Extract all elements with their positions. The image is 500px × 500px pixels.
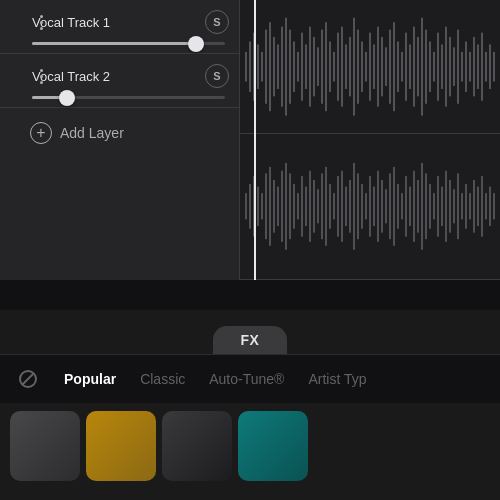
svg-rect-125 [493, 194, 495, 220]
track1-slider-fill [32, 42, 196, 45]
track1-dots[interactable] [40, 15, 43, 30]
track2-solo-button[interactable]: S [205, 64, 229, 88]
svg-rect-76 [297, 194, 299, 220]
svg-rect-51 [449, 37, 451, 96]
track1-solo-button[interactable]: S [205, 10, 229, 34]
svg-rect-9 [281, 27, 283, 107]
svg-rect-82 [321, 174, 323, 240]
dot-icon [40, 75, 43, 78]
add-layer-label: Add Layer [60, 125, 124, 141]
svg-rect-119 [469, 194, 471, 220]
svg-rect-73 [285, 163, 287, 250]
svg-rect-33 [377, 27, 379, 107]
svg-rect-10 [285, 18, 287, 116]
svg-rect-115 [453, 190, 455, 224]
tab-classic[interactable]: Classic [128, 367, 197, 391]
svg-rect-81 [317, 190, 319, 224]
svg-rect-61 [489, 44, 491, 88]
track2-waveform [240, 134, 500, 280]
no-fx-tab[interactable] [12, 363, 44, 395]
svg-rect-113 [445, 171, 447, 242]
track2-header: Vocal Track 2 S [8, 64, 229, 88]
add-layer-icon: + [30, 122, 52, 144]
track1-slider[interactable] [32, 42, 225, 45]
svg-rect-122 [481, 176, 483, 236]
waveform-area [240, 0, 500, 280]
svg-rect-66 [257, 187, 259, 226]
svg-rect-69 [269, 167, 271, 246]
track2-slider[interactable] [32, 96, 225, 99]
svg-rect-92 [361, 184, 363, 229]
thumbnails-row [0, 403, 500, 500]
svg-rect-86 [337, 176, 339, 236]
track1-slider-container [8, 42, 229, 45]
svg-rect-59 [481, 33, 483, 101]
svg-rect-89 [349, 180, 351, 233]
tab-artisttyp[interactable]: Artist Typ [296, 367, 378, 391]
track2-dots[interactable] [40, 69, 43, 84]
thumbnail-1[interactable] [10, 411, 80, 481]
svg-rect-102 [401, 194, 403, 220]
svg-rect-49 [441, 44, 443, 88]
svg-rect-90 [353, 163, 355, 250]
svg-rect-43 [417, 37, 419, 96]
svg-rect-67 [261, 194, 263, 220]
track2-waveform-svg [240, 134, 500, 279]
track1-header-left: Vocal Track 1 [32, 15, 205, 30]
svg-rect-97 [381, 180, 383, 233]
svg-rect-42 [413, 27, 415, 107]
svg-rect-54 [461, 52, 463, 82]
svg-rect-77 [301, 176, 303, 236]
track2-slider-container [8, 96, 229, 99]
svg-rect-8 [277, 44, 279, 88]
svg-line-127 [22, 373, 34, 385]
svg-rect-44 [421, 18, 423, 116]
svg-rect-110 [433, 194, 435, 220]
svg-rect-15 [305, 44, 307, 88]
track1-waveform-svg [240, 0, 500, 133]
svg-rect-112 [441, 187, 443, 226]
track2-header-left: Vocal Track 2 [32, 69, 205, 84]
svg-rect-7 [273, 37, 275, 96]
svg-rect-26 [349, 37, 351, 96]
svg-rect-123 [485, 194, 487, 220]
svg-rect-32 [373, 44, 375, 88]
thumbnail-4[interactable] [238, 411, 308, 481]
tab-popular[interactable]: Popular [52, 367, 128, 391]
fx-button[interactable]: FX [213, 326, 288, 354]
svg-rect-58 [477, 44, 479, 88]
track2-slider-thumb[interactable] [59, 90, 75, 106]
svg-rect-35 [385, 47, 387, 86]
svg-rect-79 [309, 171, 311, 242]
svg-rect-63 [245, 194, 247, 220]
svg-rect-27 [353, 18, 355, 116]
svg-rect-19 [321, 30, 323, 104]
svg-rect-28 [357, 30, 359, 104]
svg-rect-95 [373, 187, 375, 226]
thumbnail-2[interactable] [86, 411, 156, 481]
track1-slider-thumb[interactable] [188, 36, 204, 52]
no-fx-icon [18, 369, 38, 389]
svg-rect-114 [449, 180, 451, 233]
svg-rect-103 [405, 176, 407, 236]
svg-rect-41 [409, 44, 411, 88]
add-layer-button[interactable]: + Add Layer [0, 108, 239, 158]
svg-rect-75 [293, 184, 295, 229]
tab-bar: Popular Classic Auto-Tune® Artist Typ [0, 354, 500, 403]
svg-rect-107 [421, 163, 423, 250]
svg-rect-12 [293, 41, 295, 91]
dot-icon [40, 27, 43, 30]
track1-header: Vocal Track 1 S [8, 10, 229, 34]
dot-icon [40, 21, 43, 24]
tab-autotune[interactable]: Auto-Tune® [197, 367, 296, 391]
svg-rect-34 [381, 37, 383, 96]
svg-rect-78 [305, 187, 307, 226]
thumbnail-3[interactable] [162, 411, 232, 481]
svg-rect-98 [385, 190, 387, 224]
svg-rect-100 [393, 167, 395, 246]
svg-rect-25 [345, 44, 347, 88]
svg-rect-20 [325, 22, 327, 111]
svg-rect-85 [333, 194, 335, 220]
track2-row: Vocal Track 2 S [0, 54, 239, 108]
track1-name: Vocal Track 1 [32, 15, 110, 30]
